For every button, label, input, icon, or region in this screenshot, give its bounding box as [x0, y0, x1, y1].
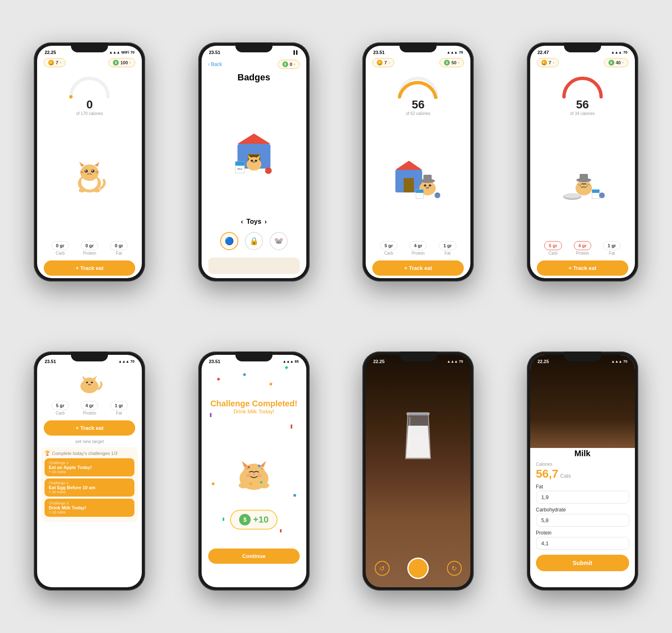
- set-target-5[interactable]: set new target: [37, 438, 142, 445]
- toys-icons: 🔵 🔒 🐭: [202, 229, 306, 253]
- nutrient-fat-1: 0 gr Fat: [110, 241, 127, 256]
- right-coin-badge-1[interactable]: $ 100 ›: [108, 58, 135, 67]
- right-coin-4[interactable]: $ 40 ›: [604, 58, 628, 67]
- calories-row-8: 56,7 Cals: [536, 467, 629, 481]
- carb-label-4: Carb: [549, 251, 558, 256]
- toy-item-3[interactable]: 🐭: [270, 232, 288, 250]
- status-icons-3: ▲▲▲ 70: [447, 50, 463, 54]
- calories-unit-8: Cals: [560, 473, 571, 479]
- svg-point-14: [92, 170, 93, 171]
- track-eat-button-3[interactable]: + Track eat: [372, 260, 464, 276]
- protein-badge-3: 4 gr: [409, 241, 427, 250]
- challenge-complete-title: Challenge Completed!: [210, 399, 297, 408]
- badges-title-2: Badges: [202, 70, 306, 86]
- status-icons-7: ▲▲▲ 70: [447, 359, 463, 363]
- fat-label-5: Fat: [116, 411, 122, 415]
- cat-container-5: [37, 366, 142, 399]
- svg-point-13: [85, 170, 87, 171]
- svg-point-17: [94, 188, 100, 192]
- camera-rotate-right[interactable]: ↻: [447, 561, 462, 576]
- battery-4: 70: [623, 50, 627, 54]
- challenge-item-2[interactable]: Challenge 2 Eat Egg Before 10 am + 20 co…: [45, 478, 134, 497]
- coins-row-4: 🔔 7 › $ 40 ›: [530, 56, 635, 69]
- phone-screen7: 22.25 ▲▲▲ 70 ↺ ↻: [362, 352, 474, 591]
- coin-icon-orange-1: 🔔: [48, 60, 54, 66]
- track-eat-button-1[interactable]: + Track eat: [44, 260, 135, 276]
- left-coin-badge-1[interactable]: 🔔 7 ›: [44, 58, 66, 67]
- protein-field-value[interactable]: 4,1: [536, 537, 629, 550]
- battery-2: ▌▌: [294, 50, 299, 54]
- fat-label-3: Fat: [444, 251, 450, 256]
- battery-3: 70: [459, 50, 463, 54]
- cat-svg-4: [556, 153, 609, 203]
- toy-item-1[interactable]: 🔵: [220, 232, 238, 250]
- camera-shutter[interactable]: [407, 558, 429, 579]
- fat-field-value[interactable]: 1,9: [536, 491, 629, 504]
- toy-item-2[interactable]: 🔒: [245, 232, 263, 250]
- left-coin-4[interactable]: 🔔 7 ›: [537, 58, 559, 67]
- gauge-sub-4: of 34 calories: [570, 111, 594, 116]
- left-val-3: 7: [384, 60, 387, 65]
- nutrients-row-4: 5 gr Carb 4 gr Protein 1 gr Fat: [530, 239, 635, 258]
- time-3: 23.51: [373, 50, 385, 55]
- left-coin-3[interactable]: 🔔 7 ›: [372, 58, 394, 67]
- screen5: 23.51 ▲▲▲ 70: [37, 355, 142, 587]
- phone-screen2: 23.51 ▌▌ ‹ Back $ 0 › Badges: [198, 42, 310, 281]
- badge-placeholder: [208, 258, 300, 274]
- signal-4: ▲▲▲: [611, 50, 622, 54]
- toys-right-chevron[interactable]: ›: [265, 218, 267, 225]
- notch-8: [564, 352, 601, 361]
- camera-rotate-left[interactable]: ↺: [375, 561, 390, 576]
- status-icons-4: ▲▲▲ 70: [611, 50, 627, 54]
- gauge-sub-1: of 170 calories: [76, 111, 103, 116]
- gauge-number-3: 56: [412, 98, 425, 111]
- badge-cat-svg: MILK: [227, 125, 281, 179]
- svg-rect-44: [416, 190, 423, 193]
- challenge-coins-2: + 20 coins: [49, 490, 130, 494]
- time-6: 23.51: [209, 359, 221, 364]
- svg-rect-39: [423, 175, 432, 181]
- gauge-number-4: 56: [576, 98, 589, 111]
- track-eat-button-5[interactable]: + Track eat: [44, 420, 135, 436]
- time-5: 23.51: [45, 359, 56, 364]
- wifi-icon-1: WiFi: [121, 50, 129, 54]
- challenge-item-3[interactable]: Challenge 3 Drink Milk Today! + 10 coins: [45, 499, 134, 517]
- challenge-name-2: Eat Egg Before 10 am: [49, 485, 130, 490]
- coin-earned-icon: $: [239, 514, 251, 525]
- fat-badge-5: 1 gr: [110, 401, 127, 410]
- gauge-container-1: 0 of 170 calories: [37, 69, 142, 117]
- notch-4: [564, 42, 601, 52]
- svg-rect-83: [406, 413, 430, 415]
- nutrients-row-3: 5 gr Carb 4 gr Protein 1 gr Fat: [366, 239, 470, 258]
- gauge-4: [558, 72, 607, 99]
- svg-point-16: [79, 188, 85, 192]
- toys-left-chevron[interactable]: ‹: [241, 218, 243, 225]
- screen7: 22.25 ▲▲▲ 70 ↺ ↻: [366, 355, 470, 587]
- coin-badge-2[interactable]: $ 0 ›: [278, 60, 300, 69]
- svg-point-65: [89, 384, 90, 384]
- track-eat-button-4[interactable]: + Track eat: [537, 260, 628, 276]
- challenge-item-1[interactable]: Challenge 1 Eat an Apple Today! + 10 coi…: [45, 458, 134, 476]
- nutrient-carb-5: 5 gr Carb: [52, 401, 69, 415]
- toys-label: ‹ Toys ›: [202, 218, 306, 225]
- submit-button-8[interactable]: Submit: [536, 555, 629, 571]
- continue-button[interactable]: Continue: [208, 549, 300, 564]
- right-coin-3[interactable]: $ 50 ›: [439, 58, 464, 67]
- protein-badge-5: 4 gr: [81, 401, 98, 410]
- carb-field-value[interactable]: 5,8: [536, 514, 629, 527]
- coin-icon-3: 🔔: [377, 60, 383, 66]
- coin-icon-green-3: $: [444, 60, 450, 66]
- carb-badge-4: 5 gr: [544, 241, 562, 250]
- back-label-2: Back: [211, 61, 222, 67]
- carb-badge-5: 5 gr: [52, 401, 69, 410]
- screen4: 22.47 ▲▲▲ 70 🔔 7 › $ 40 ›: [530, 46, 635, 278]
- cat-svg-3: [391, 153, 445, 203]
- nutrients-row-5: 5 gr Carb 4 gr Protein 1 gr Fat: [37, 399, 142, 418]
- fat-badge-4: 1 gr: [603, 241, 620, 250]
- signal-3: ▲▲▲: [447, 50, 458, 54]
- protein-label-5: Protein: [83, 411, 96, 415]
- screen3: 23.51 ▲▲▲ 70 🔔 7 › $ 50 ›: [366, 46, 470, 278]
- back-button-2[interactable]: ‹ Back: [208, 61, 222, 67]
- time-4: 22.47: [538, 50, 549, 55]
- svg-point-75: [239, 483, 249, 488]
